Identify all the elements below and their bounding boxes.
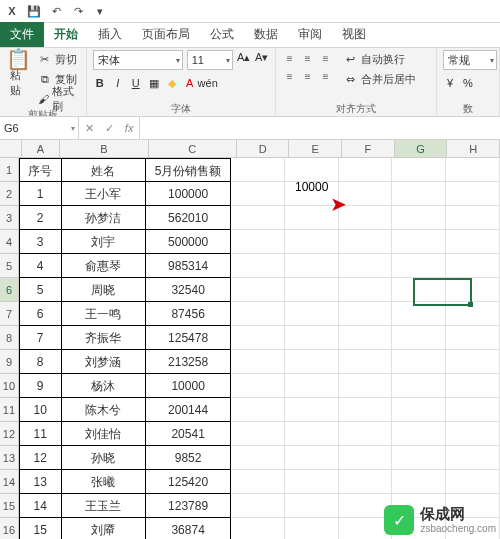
save-icon[interactable]: 💾 bbox=[24, 2, 44, 20]
cell[interactable]: 齐振华 bbox=[62, 326, 147, 350]
cell[interactable] bbox=[446, 446, 500, 470]
bold-button[interactable]: B bbox=[93, 76, 107, 90]
cell[interactable]: 刘厣 bbox=[62, 518, 147, 539]
cell[interactable] bbox=[285, 374, 339, 398]
row-header[interactable]: 3 bbox=[0, 206, 19, 230]
row-header[interactable]: 8 bbox=[0, 326, 19, 350]
paste-button[interactable]: 📋 粘贴 bbox=[6, 50, 32, 100]
cell[interactable]: 王小军 bbox=[62, 182, 147, 206]
cell[interactable] bbox=[231, 422, 285, 446]
row-header[interactable]: 4 bbox=[0, 230, 19, 254]
cell[interactable] bbox=[285, 326, 339, 350]
cell[interactable]: 俞惠琴 bbox=[62, 254, 147, 278]
cell[interactable]: 孙晓 bbox=[62, 446, 147, 470]
cell[interactable]: 3 bbox=[19, 230, 62, 254]
cell[interactable] bbox=[339, 278, 393, 302]
cell[interactable] bbox=[446, 158, 500, 182]
select-all-corner[interactable] bbox=[0, 140, 22, 158]
cell[interactable] bbox=[231, 278, 285, 302]
cell[interactable]: 9852 bbox=[146, 446, 231, 470]
cell[interactable]: 15 bbox=[19, 518, 62, 539]
cell[interactable] bbox=[285, 446, 339, 470]
cell[interactable]: 王一鸣 bbox=[62, 302, 147, 326]
cell[interactable] bbox=[285, 254, 339, 278]
cell[interactable] bbox=[392, 278, 446, 302]
row-header[interactable]: 6 bbox=[0, 278, 19, 302]
currency-icon[interactable]: ¥ bbox=[443, 76, 457, 90]
cell[interactable]: 10000 bbox=[146, 374, 231, 398]
cell[interactable] bbox=[231, 446, 285, 470]
cell[interactable] bbox=[392, 374, 446, 398]
cell[interactable] bbox=[231, 206, 285, 230]
cell[interactable]: 周晓 bbox=[62, 278, 147, 302]
cell[interactable]: 序号 bbox=[19, 158, 62, 182]
formula-bar[interactable] bbox=[140, 117, 500, 139]
cell[interactable]: 姓名 bbox=[62, 158, 147, 182]
cell[interactable] bbox=[285, 494, 339, 518]
format-painter-button[interactable]: 🖌格式刷 bbox=[36, 90, 80, 108]
cell[interactable] bbox=[231, 326, 285, 350]
border-icon[interactable]: ▦ bbox=[147, 76, 161, 90]
fill-color-icon[interactable]: ◆ bbox=[165, 76, 179, 90]
row-header[interactable]: 1 bbox=[0, 158, 19, 182]
cell[interactable] bbox=[446, 278, 500, 302]
cell[interactable] bbox=[446, 326, 500, 350]
cell[interactable]: 32540 bbox=[146, 278, 231, 302]
cell[interactable]: 985314 bbox=[146, 254, 231, 278]
cell[interactable] bbox=[446, 470, 500, 494]
row-header[interactable]: 12 bbox=[0, 422, 19, 446]
cell[interactable]: 刘佳怡 bbox=[62, 422, 147, 446]
cell[interactable] bbox=[231, 254, 285, 278]
cell[interactable]: 14 bbox=[19, 494, 62, 518]
cell[interactable]: 8 bbox=[19, 350, 62, 374]
cell[interactable] bbox=[231, 182, 285, 206]
cell[interactable]: 6 bbox=[19, 302, 62, 326]
font-color-icon[interactable]: A bbox=[183, 76, 197, 90]
cell[interactable] bbox=[339, 158, 393, 182]
cell[interactable] bbox=[285, 158, 339, 182]
col-header-a[interactable]: A bbox=[22, 140, 61, 158]
cell[interactable] bbox=[285, 470, 339, 494]
row-header[interactable]: 10 bbox=[0, 374, 19, 398]
col-header-h[interactable]: H bbox=[447, 140, 500, 158]
cell[interactable] bbox=[392, 470, 446, 494]
cell[interactable] bbox=[446, 254, 500, 278]
col-header-f[interactable]: F bbox=[342, 140, 395, 158]
cell[interactable] bbox=[231, 398, 285, 422]
cell[interactable]: 张曦 bbox=[62, 470, 147, 494]
cell[interactable]: 孙梦洁 bbox=[62, 206, 147, 230]
decrease-font-icon[interactable]: A▾ bbox=[255, 50, 269, 64]
tab-layout[interactable]: 页面布局 bbox=[132, 22, 200, 47]
cell[interactable]: 7 bbox=[19, 326, 62, 350]
cell[interactable]: 陈木兮 bbox=[62, 398, 147, 422]
row-header[interactable]: 9 bbox=[0, 350, 19, 374]
cell[interactable]: 500000 bbox=[146, 230, 231, 254]
cell[interactable]: 刘宇 bbox=[62, 230, 147, 254]
cell[interactable]: 5月份销售额 bbox=[146, 158, 231, 182]
cell[interactable] bbox=[231, 230, 285, 254]
cell[interactable] bbox=[392, 182, 446, 206]
cell[interactable] bbox=[339, 350, 393, 374]
row-header[interactable]: 11 bbox=[0, 398, 19, 422]
cell[interactable] bbox=[339, 446, 393, 470]
cell[interactable]: 杨沐 bbox=[62, 374, 147, 398]
cell[interactable] bbox=[446, 422, 500, 446]
cell[interactable] bbox=[285, 230, 339, 254]
cell[interactable]: 125420 bbox=[146, 470, 231, 494]
cell[interactable]: 5 bbox=[19, 278, 62, 302]
number-format-combo[interactable]: 常规 bbox=[443, 50, 497, 70]
tab-review[interactable]: 审阅 bbox=[288, 22, 332, 47]
cell[interactable]: 1 bbox=[19, 182, 62, 206]
redo-icon[interactable]: ↷ bbox=[68, 2, 88, 20]
cell[interactable]: 10 bbox=[19, 398, 62, 422]
worksheet[interactable]: A B C D E F G H 1 序号 姓名 5月份销售额 21王小军1000… bbox=[0, 140, 500, 539]
cell[interactable] bbox=[339, 326, 393, 350]
increase-font-icon[interactable]: A▴ bbox=[237, 50, 251, 64]
cell[interactable]: 11 bbox=[19, 422, 62, 446]
accept-formula-icon[interactable]: ✓ bbox=[105, 122, 114, 135]
cell[interactable] bbox=[231, 470, 285, 494]
cell[interactable]: 王玉兰 bbox=[62, 494, 147, 518]
cell[interactable] bbox=[446, 206, 500, 230]
cell[interactable] bbox=[285, 398, 339, 422]
cell[interactable] bbox=[392, 230, 446, 254]
